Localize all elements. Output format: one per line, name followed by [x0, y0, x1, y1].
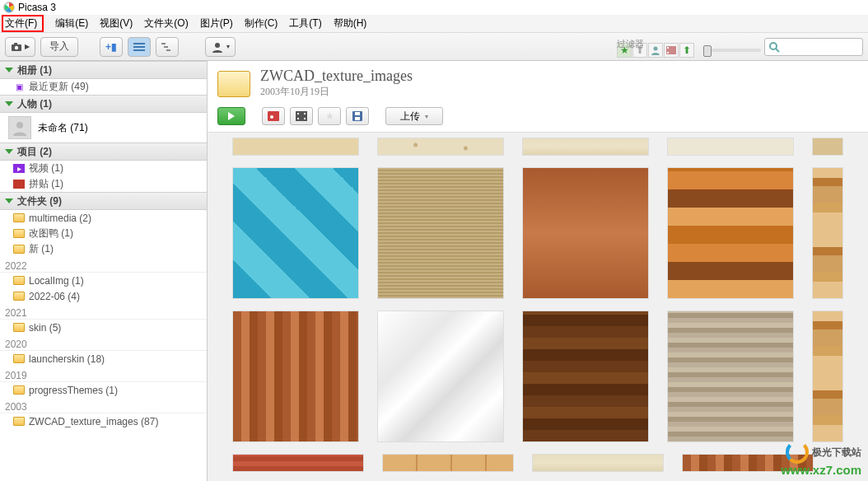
toolbar: ▶ 导入 +▮ ▾ 过滤器 ★ ⬆ ⬆: [0, 33, 868, 61]
thumbnail[interactable]: [682, 454, 814, 472]
tree-view-button[interactable]: [156, 37, 179, 57]
thumbnail[interactable]: [382, 454, 514, 472]
filter-face-icon[interactable]: [648, 43, 663, 58]
thumbnail[interactable]: [377, 311, 504, 442]
caret-icon: [5, 198, 13, 203]
svg-rect-7: [161, 43, 166, 44]
menu-make[interactable]: 制作(C): [245, 16, 278, 30]
svg-rect-13: [667, 47, 669, 49]
section-people[interactable]: 人物 (1): [0, 95, 207, 113]
album-item[interactable]: ▣最近更新 (49): [0, 79, 207, 95]
thumbnail[interactable]: [812, 138, 844, 156]
svg-rect-6: [133, 49, 145, 51]
thumbnail[interactable]: [812, 311, 844, 442]
svg-line-16: [776, 49, 779, 52]
folder-icon: [13, 323, 25, 332]
project-item[interactable]: 拼贴 (1): [0, 176, 207, 192]
year-label: 2003: [0, 399, 207, 413]
year-label: 2022: [0, 259, 207, 273]
svg-rect-8: [164, 46, 168, 48]
people-button[interactable]: ▾: [205, 37, 236, 57]
caret-icon: [5, 101, 13, 106]
thumbnail[interactable]: [377, 167, 504, 299]
thumbnail[interactable]: [812, 167, 844, 299]
photo-button[interactable]: [262, 107, 285, 125]
menu-picture[interactable]: 图片(P): [200, 16, 233, 30]
svg-rect-22: [297, 118, 299, 119]
star-button[interactable]: ★: [318, 107, 341, 125]
thumbnail[interactable]: [667, 167, 794, 299]
thumbnail[interactable]: [377, 138, 504, 156]
menu-view[interactable]: 视图(V): [100, 16, 133, 30]
people-item[interactable]: 未命名 (71): [0, 113, 207, 142]
filters-area: 过滤器 ★ ⬆ ⬆: [617, 36, 761, 58]
svg-point-19: [270, 115, 273, 119]
list-view-button[interactable]: [128, 37, 151, 57]
caret-icon: [5, 149, 13, 154]
folder-title: ZWCAD_texture_images: [260, 68, 413, 85]
svg-rect-5: [133, 46, 145, 48]
filters-label: 过滤器: [617, 38, 644, 50]
camera-button[interactable]: ▶: [5, 37, 35, 57]
menu-tools[interactable]: 工具(T): [289, 16, 321, 30]
thumbnail[interactable]: [522, 167, 649, 299]
star-icon: ▣: [13, 82, 25, 93]
project-item[interactable]: ▸视频 (1): [0, 161, 207, 176]
folder-item[interactable]: multimedia (2): [0, 210, 207, 226]
avatar-icon: [8, 116, 31, 139]
menu-edit[interactable]: 编辑(E): [55, 16, 88, 30]
section-folders[interactable]: 文件夹 (9): [0, 192, 207, 210]
sidebar: 相册 (1) ▣最近更新 (49) 人物 (1) 未命名 (71) 项目 (2)…: [0, 61, 208, 481]
thumbnail[interactable]: [232, 454, 364, 472]
upload-button[interactable]: 上传▾: [385, 107, 443, 125]
collage-icon: [13, 180, 25, 189]
menu-folder[interactable]: 文件夹(O): [144, 16, 188, 30]
play-button[interactable]: [217, 107, 245, 125]
folder-icon: [13, 245, 25, 254]
year-label: 2020: [0, 337, 207, 351]
section-albums[interactable]: 相册 (1): [0, 61, 207, 79]
folder-item[interactable]: launcherskin (18): [0, 351, 207, 367]
folder-banner: ZWCAD_texture_images 2003年10月19日: [208, 61, 868, 104]
folder-icon: [13, 276, 25, 285]
svg-rect-24: [304, 118, 306, 119]
folder-item[interactable]: LocalImg (1): [0, 273, 207, 288]
thumbnail[interactable]: [532, 454, 664, 472]
folder-item[interactable]: ZWCAD_texture_images (87): [0, 413, 207, 429]
folder-icon: [13, 229, 25, 238]
filter-movie-icon[interactable]: [664, 43, 679, 58]
thumbnail-grid: [208, 133, 868, 481]
svg-rect-20: [296, 111, 307, 121]
folder-item[interactable]: progressThemes (1): [0, 382, 207, 398]
svg-rect-4: [133, 43, 145, 44]
section-projects[interactable]: 项目 (2): [0, 142, 207, 161]
zoom-slider[interactable]: [703, 49, 761, 52]
folder-item[interactable]: 改图鸭 (1): [0, 226, 207, 241]
thumbnail[interactable]: [232, 138, 359, 156]
folder-item[interactable]: 2022-06 (4): [0, 288, 207, 304]
search-box[interactable]: [764, 38, 863, 56]
big-folder-icon: [217, 71, 250, 97]
thumbnail[interactable]: [667, 311, 794, 442]
thumbnail[interactable]: [522, 311, 649, 442]
thumbnail[interactable]: [522, 138, 649, 156]
svg-rect-21: [297, 113, 299, 114]
folder-item[interactable]: 新 (1): [0, 241, 207, 257]
folder-item[interactable]: skin (5): [0, 320, 207, 335]
play-icon: [228, 112, 235, 120]
film-button[interactable]: [290, 107, 313, 125]
import-button[interactable]: 导入: [40, 37, 78, 57]
folder-icon: [13, 385, 25, 395]
save-button[interactable]: [346, 107, 369, 125]
thumbnail[interactable]: [667, 138, 794, 156]
thumbnail[interactable]: [232, 167, 359, 299]
caret-icon: [5, 68, 13, 72]
filter-geo-icon[interactable]: ⬆: [679, 43, 694, 58]
menu-help[interactable]: 帮助(H): [334, 16, 367, 30]
svg-rect-18: [268, 111, 279, 121]
app-title: Picasa 3: [18, 2, 56, 13]
thumbnail[interactable]: [232, 311, 359, 442]
add-folder-button[interactable]: +▮: [100, 37, 123, 57]
menu-file[interactable]: 文件(F): [2, 15, 44, 32]
year-label: 2021: [0, 306, 207, 320]
